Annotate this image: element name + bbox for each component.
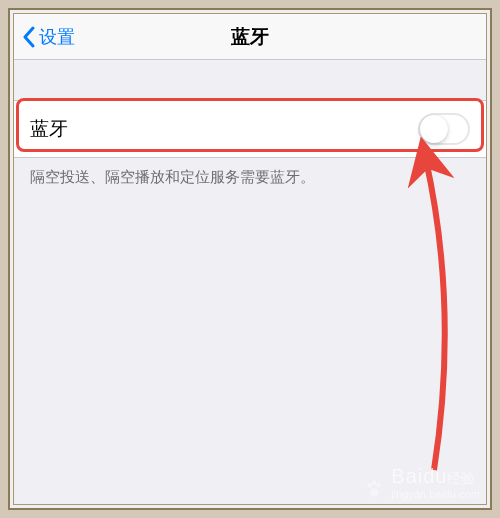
watermark-url: jingyan.baidu.com [391, 488, 480, 500]
chevron-left-icon [22, 26, 35, 48]
svg-point-0 [367, 483, 372, 488]
section-spacer [14, 60, 486, 100]
paw-icon [363, 478, 385, 500]
toggle-knob [420, 115, 448, 143]
navbar: 设置 蓝牙 [14, 14, 486, 60]
section-footer: 隔空投送、隔空播放和定位服务需要蓝牙。 [14, 158, 486, 197]
svg-point-2 [377, 483, 382, 488]
bluetooth-row[interactable]: 蓝牙 [14, 101, 486, 157]
back-button[interactable]: 设置 [14, 25, 75, 49]
screen: 设置 蓝牙 蓝牙 隔空投送、隔空播放和定位服务需要蓝牙。 [13, 13, 487, 505]
bluetooth-toggle[interactable] [418, 113, 470, 145]
photo-frame: 设置 蓝牙 蓝牙 隔空投送、隔空播放和定位服务需要蓝牙。 [8, 8, 492, 510]
back-label: 设置 [39, 25, 75, 49]
settings-group: 蓝牙 [14, 100, 486, 158]
content-area: 蓝牙 隔空投送、隔空播放和定位服务需要蓝牙。 [14, 60, 486, 504]
svg-point-3 [370, 489, 379, 497]
watermark-brand: Baidu [391, 465, 447, 487]
watermark-text: Baidu经验 jingyan.baidu.com [391, 465, 480, 500]
watermark-brand-cn: 经验 [447, 470, 475, 486]
bluetooth-label: 蓝牙 [30, 116, 68, 142]
svg-point-1 [372, 480, 377, 485]
page-title: 蓝牙 [14, 24, 486, 50]
watermark: Baidu经验 jingyan.baidu.com [363, 465, 480, 500]
